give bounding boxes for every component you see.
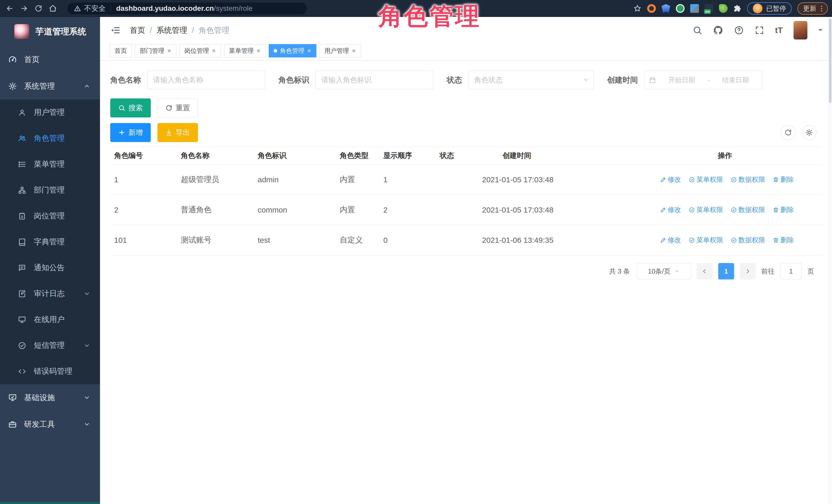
table-row: 101 测试账号 test 自定义 0 2021-01-06 13:49:35 … xyxy=(110,225,822,255)
browser-forward-button[interactable] xyxy=(17,1,31,16)
browser-home-button[interactable] xyxy=(46,1,60,16)
table-row: 1 超级管理员 admin 内置 1 2021-01-05 17:03:48 修… xyxy=(110,165,822,195)
breadcrumb: 首页 / 系统管理 / 角色管理 xyxy=(130,25,230,36)
font-size-icon[interactable]: tT xyxy=(775,26,783,35)
sidebar-item-dev-tools[interactable]: 研发工具 xyxy=(0,411,100,437)
sidebar-item-error-codes[interactable]: 错误码管理 xyxy=(0,359,100,384)
close-icon[interactable] xyxy=(167,49,172,53)
reset-button[interactable]: 重置 xyxy=(157,99,198,117)
sidebar-item-label: 岗位管理 xyxy=(34,211,64,221)
sidebar-item-infrastructure[interactable]: 基础设施 xyxy=(0,384,100,411)
data-permission-link[interactable]: 数据权限 xyxy=(731,205,765,214)
fullscreen-icon[interactable] xyxy=(755,25,764,35)
tab-users[interactable]: 用户管理 xyxy=(319,44,361,57)
sidebar-item-home[interactable]: 首页 xyxy=(0,46,100,73)
user-avatar[interactable] xyxy=(794,21,807,39)
app-logo-row[interactable]: 芋道管理系统 xyxy=(0,17,100,46)
status-select-input[interactable] xyxy=(468,71,594,89)
sidebar-item-audit-log[interactable]: 审计日志 xyxy=(0,281,100,307)
chevron-down-icon[interactable] xyxy=(818,29,823,33)
close-icon[interactable] xyxy=(307,49,312,53)
sidebar-item-menus[interactable]: 菜单管理 xyxy=(0,151,100,177)
sidebar-item-label: 菜单管理 xyxy=(34,159,64,169)
delete-link[interactable]: 删除 xyxy=(773,236,794,244)
prev-page-button[interactable] xyxy=(697,263,712,280)
menu-permission-link[interactable]: 菜单权限 xyxy=(689,236,723,244)
data-permission-label: 数据权限 xyxy=(738,205,765,214)
extension-icon[interactable] xyxy=(647,4,656,13)
edit-link[interactable]: 修改 xyxy=(660,205,681,214)
next-page-button[interactable] xyxy=(740,263,756,280)
monitor-icon xyxy=(18,316,26,324)
browser-back-button[interactable] xyxy=(3,1,17,16)
help-icon[interactable] xyxy=(734,25,744,35)
extension-icon[interactable] xyxy=(719,4,728,13)
role-key-input[interactable] xyxy=(315,71,433,89)
close-icon[interactable] xyxy=(352,49,356,53)
extension-icon[interactable] xyxy=(690,4,699,13)
range-separator: - xyxy=(708,76,710,84)
close-icon[interactable] xyxy=(211,49,216,53)
data-permission-link[interactable]: 数据权限 xyxy=(731,175,765,184)
browser-reload-button[interactable] xyxy=(31,1,46,16)
extension-icon[interactable] xyxy=(661,4,670,13)
tab-label: 角色管理 xyxy=(280,47,304,55)
sidebar-submenu-system: 用户管理 角色管理 菜单管理 部门管理 岗位管理 字典管理 xyxy=(0,100,100,384)
breadcrumb-item[interactable]: 首页 xyxy=(130,25,145,36)
tab-posts[interactable]: 岗位管理 xyxy=(180,44,221,57)
scrollbar-thumb[interactable] xyxy=(829,19,831,103)
export-button[interactable]: 导出 xyxy=(157,123,198,142)
sidebar-item-departments[interactable]: 部门管理 xyxy=(0,177,100,203)
extension-icon[interactable]: on xyxy=(705,4,713,13)
close-icon[interactable] xyxy=(256,49,261,53)
sidebar-item-roles[interactable]: 角色管理 xyxy=(0,125,100,151)
table-settings-button[interactable] xyxy=(802,125,816,140)
breadcrumb-item[interactable]: 系统管理 xyxy=(156,25,187,36)
browser-menu-icon[interactable] xyxy=(821,6,822,11)
sidebar-item-label: 首页 xyxy=(24,54,40,65)
sidebar-item-users[interactable]: 用户管理 xyxy=(0,100,100,125)
data-permission-link[interactable]: 数据权限 xyxy=(731,236,765,244)
delete-link[interactable]: 删除 xyxy=(773,175,794,184)
sidebar-item-announcements[interactable]: 通知公告 xyxy=(0,255,100,281)
search-icon[interactable] xyxy=(693,25,702,35)
goto-page-input[interactable] xyxy=(780,263,802,280)
current-page-button[interactable]: 1 xyxy=(718,263,734,280)
address-bar[interactable]: 不安全 dashboard.yudao.iocoder.cn /system/r… xyxy=(67,3,307,15)
delete-link[interactable]: 删除 xyxy=(773,205,794,214)
tab-roles[interactable]: 角色管理 xyxy=(269,44,316,57)
chevron-down-icon xyxy=(84,290,90,297)
role-name-input[interactable] xyxy=(147,71,265,89)
extensions-puzzle-icon[interactable] xyxy=(733,4,742,12)
page-scrollbar[interactable] xyxy=(828,17,832,504)
sidebar-item-dictionary[interactable]: 字典管理 xyxy=(0,229,100,255)
tab-home[interactable]: 首页 xyxy=(110,44,132,57)
github-icon[interactable] xyxy=(713,25,723,35)
sidebar-item-sms[interactable]: 短信管理 xyxy=(0,333,100,359)
edit-link[interactable]: 修改 xyxy=(660,236,681,244)
sidebar-item-system[interactable]: 系统管理 xyxy=(0,73,100,100)
extension-icon[interactable] xyxy=(676,4,684,13)
status-select[interactable] xyxy=(468,71,594,89)
edit-link[interactable]: 修改 xyxy=(660,175,681,184)
add-button[interactable]: 新增 xyxy=(110,123,151,142)
cell-role-name: 普通角色 xyxy=(177,205,254,215)
table-header: 角色编号 角色名称 角色标识 角色类型 显示顺序 状态 创建时间 操作 xyxy=(110,147,822,165)
search-button-label: 搜索 xyxy=(128,103,143,113)
browser-profile-chip[interactable]: 已暂停 xyxy=(747,2,792,15)
url-host: dashboard.yudao.iocoder.cn xyxy=(116,4,214,12)
bookmark-star-icon[interactable] xyxy=(633,1,642,16)
table-refresh-button[interactable] xyxy=(781,125,796,140)
menu-permission-link[interactable]: 菜单权限 xyxy=(689,175,723,184)
browser-update-button[interactable]: 更新 xyxy=(797,2,828,15)
user-group-icon xyxy=(18,134,26,142)
tab-departments[interactable]: 部门管理 xyxy=(135,44,176,57)
sidebar-item-posts[interactable]: 岗位管理 xyxy=(0,203,100,229)
page-size-select[interactable]: 10条/页 xyxy=(637,263,691,280)
tab-menus[interactable]: 菜单管理 xyxy=(224,44,266,57)
search-button[interactable]: 搜索 xyxy=(110,99,151,117)
date-range-picker[interactable]: 开始日期 - 结束日期 xyxy=(644,71,762,89)
sidebar-collapse-icon[interactable] xyxy=(110,25,121,35)
menu-permission-link[interactable]: 菜单权限 xyxy=(689,205,723,214)
sidebar-item-online-users[interactable]: 在线用户 xyxy=(0,307,100,333)
